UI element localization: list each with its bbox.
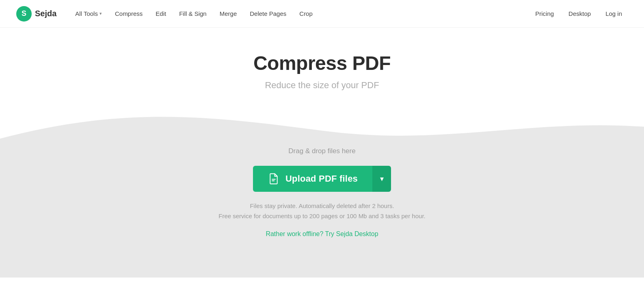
nav-item-login[interactable]: Log in xyxy=(600,7,628,20)
nav-item-desktop[interactable]: Desktop xyxy=(563,7,596,20)
logo-text: Sejda xyxy=(35,9,56,18)
drag-drop-label: Drag & drop files here xyxy=(288,147,355,155)
pdf-file-icon xyxy=(268,173,280,185)
nav-item-merge[interactable]: Merge xyxy=(214,7,243,20)
right-nav: Pricing Desktop Log in xyxy=(529,7,628,20)
nav-item-crop[interactable]: Crop xyxy=(294,7,318,20)
upload-button-group: Upload PDF files ▾ xyxy=(253,166,391,192)
nav-item-edit[interactable]: Edit xyxy=(150,7,172,20)
chevron-down-icon: ▾ xyxy=(99,11,102,16)
page-title: Compress PDF xyxy=(8,52,636,74)
offline-desktop-link[interactable]: Rather work offline? Try Sejda Desktop xyxy=(266,230,378,238)
privacy-line1: Files stay private. Automatically delete… xyxy=(218,201,425,211)
nav-item-compress[interactable]: Compress xyxy=(109,7,148,20)
page-subtitle: Reduce the size of your PDF xyxy=(8,80,636,91)
upload-pdf-button[interactable]: Upload PDF files xyxy=(253,166,372,192)
nav-item-pricing[interactable]: Pricing xyxy=(529,7,560,20)
nav-item-delete-pages[interactable]: Delete Pages xyxy=(244,7,292,20)
upload-button-label: Upload PDF files xyxy=(285,174,358,184)
logo-icon: S xyxy=(16,6,32,22)
nav-item-all-tools[interactable]: All Tools ▾ xyxy=(69,7,108,20)
upload-dropdown-button[interactable]: ▾ xyxy=(372,166,391,192)
privacy-info: Files stay private. Automatically delete… xyxy=(218,201,425,221)
privacy-line2: Free service for documents up to 200 pag… xyxy=(218,211,425,221)
logo[interactable]: S Sejda xyxy=(16,6,56,22)
dropdown-arrow-icon: ▾ xyxy=(380,174,384,183)
upload-section: Drag & drop files here Upload PDF files … xyxy=(0,107,644,278)
header: S Sejda All Tools ▾ Compress Edit Fill &… xyxy=(0,0,644,28)
main-nav: All Tools ▾ Compress Edit Fill & Sign Me… xyxy=(69,7,529,20)
nav-item-fill-sign[interactable]: Fill & Sign xyxy=(173,7,212,20)
upload-content: Drag & drop files here Upload PDF files … xyxy=(210,123,433,262)
hero-section: Compress PDF Reduce the size of your PDF xyxy=(0,28,644,107)
